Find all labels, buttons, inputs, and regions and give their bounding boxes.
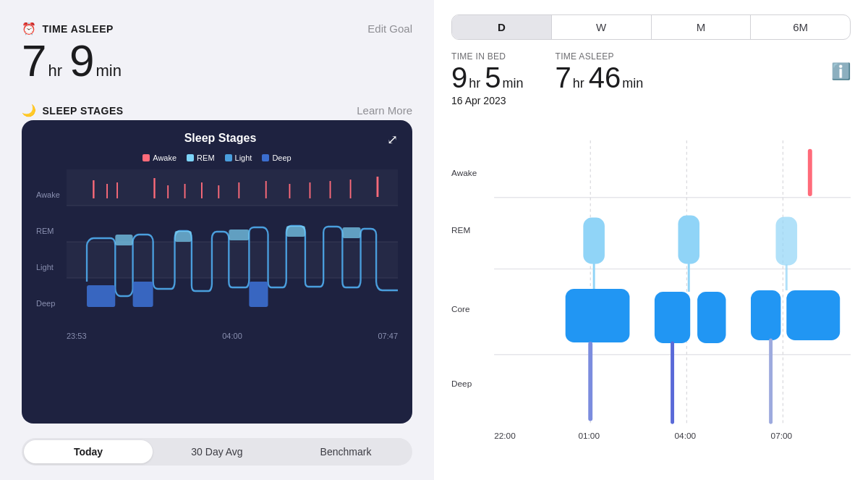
bed-minutes: 5 [485,63,501,92]
time-asleep-title: ⏰ TIME ASLEEP [22,22,114,35]
svg-rect-49 [776,216,798,265]
svg-text:Awake: Awake [451,168,477,178]
period-tabs: D W M 6M [451,14,851,40]
svg-rect-26 [175,231,192,242]
svg-text:04:00: 04:00 [675,431,697,441]
learn-more-button[interactable]: Learn More [357,104,412,117]
tab-30day[interactable]: 30 Day Avg [153,440,281,463]
bed-minutes-unit: min [503,76,524,91]
chart-inner [67,169,398,329]
svg-rect-3 [67,278,398,314]
svg-text:Core: Core [451,304,470,314]
edit-goal-button[interactable]: Edit Goal [367,22,412,35]
time-minutes: 9 [69,38,94,83]
info-button[interactable]: ℹ️ [831,62,851,81]
time-in-bed-label: TIME IN BED [451,51,527,62]
asleep-minutes: 46 [589,63,621,92]
svg-rect-0 [67,169,398,206]
expand-icon[interactable]: ⤢ [387,132,398,148]
sleep-stages-title: 🌙 SLEEP STAGES [22,104,124,117]
svg-text:07:00: 07:00 [771,431,793,441]
tab-benchmark[interactable]: Benchmark [281,440,410,463]
time-asleep-display: 7 hr 46 min [556,63,647,92]
svg-text:22:00: 22:00 [494,431,516,441]
chart-legend: Awake REM Light Deep [36,153,398,162]
right-panel: D W M 6M TIME IN BED 9 hr 5 min TIME ASL… [434,0,868,480]
y-axis-labels: Awake REM Light Deep [36,169,64,329]
svg-rect-2 [67,242,398,278]
right-sleep-chart: Awake REM Core Deep [451,115,851,466]
svg-rect-27 [229,230,249,240]
x-axis-labels: 23:53 04:00 07:47 [67,332,398,340]
svg-rect-42 [583,217,605,264]
svg-text:01:00: 01:00 [578,431,600,441]
bed-hours: 9 [451,63,467,92]
time-hours: 7 [22,38,46,83]
svg-text:Deep: Deep [451,379,472,389]
svg-rect-23 [133,282,153,307]
moon-icon: 🌙 [22,104,37,117]
card-header: Sleep Stages ⤢ [36,132,398,148]
svg-rect-43 [655,292,690,343]
period-tab-m[interactable]: M [652,15,752,39]
sleep-stages-svg [67,169,398,314]
svg-rect-24 [249,282,268,307]
svg-rect-29 [342,227,360,238]
svg-rect-28 [286,226,305,237]
bed-hours-unit: hr [469,76,480,91]
time-asleep-block: TIME ASLEEP 7 hr 46 min [556,51,647,92]
clock-icon: ⏰ [22,22,37,35]
asleep-minutes-unit: min [622,76,643,91]
time-in-bed-display: 9 hr 5 min [451,63,527,92]
svg-rect-46 [678,216,699,264]
time-asleep-display: 7 hr 9 min [22,38,412,83]
period-tab-d[interactable]: D [452,15,552,39]
time-asleep-header: ⏰ TIME ASLEEP Edit Goal [22,22,412,35]
legend-light: Light [225,153,252,162]
date-label: 16 Apr 2023 [451,95,851,106]
time-in-bed-block: TIME IN BED 9 hr 5 min [451,51,527,92]
time-hours-unit: hr [48,62,62,80]
stats-row: TIME IN BED 9 hr 5 min TIME ASLEEP 7 hr … [451,51,851,92]
svg-rect-22 [87,285,115,307]
svg-rect-25 [115,235,132,245]
bottom-tabs: Today 30 Day Avg Benchmark [22,438,412,466]
svg-rect-44 [697,292,726,343]
svg-rect-40 [566,289,630,342]
svg-text:REM: REM [451,225,470,235]
svg-rect-48 [786,290,840,340]
right-chart-svg: Awake REM Core Deep [451,115,851,466]
sleep-stages-card: Sleep Stages ⤢ Awake REM Light Deep [22,120,412,424]
svg-rect-47 [751,290,780,340]
legend-rem: REM [187,153,214,162]
left-panel: ⏰ TIME ASLEEP Edit Goal 7 hr 9 min 🌙 SLE… [0,0,434,480]
asleep-hours-unit: hr [573,76,584,91]
sleep-chart-area: Awake REM Light Deep [36,169,398,329]
asleep-hours: 7 [556,63,571,92]
tab-today[interactable]: Today [24,440,153,463]
card-title: Sleep Stages [54,132,387,145]
legend-awake: Awake [142,153,176,162]
legend-deep: Deep [262,153,291,162]
sleep-stages-header: 🌙 SLEEP STAGES Learn More [22,104,412,117]
period-tab-6m[interactable]: 6M [751,15,850,39]
period-tab-w[interactable]: W [552,15,652,39]
time-minutes-unit: min [96,62,122,80]
time-asleep-label-right: TIME ASLEEP [556,51,647,62]
